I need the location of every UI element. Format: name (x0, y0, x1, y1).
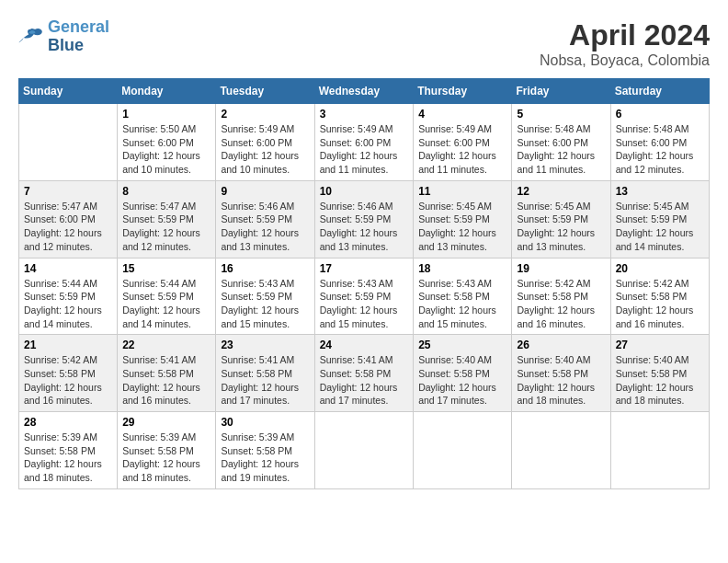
day-info: Sunrise: 5:42 AM Sunset: 5:58 PM Dayligh… (616, 277, 704, 331)
day-info: Sunrise: 5:40 AM Sunset: 5:58 PM Dayligh… (517, 353, 605, 408)
calendar-table: SundayMondayTuesdayWednesdayThursdayFrid… (18, 78, 710, 489)
day-number: 12 (517, 185, 605, 198)
calendar-cell: 12Sunrise: 5:45 AM Sunset: 5:59 PM Dayli… (512, 180, 610, 258)
day-info: Sunrise: 5:43 AM Sunset: 5:59 PM Dayligh… (320, 277, 409, 331)
day-info: Sunrise: 5:39 AM Sunset: 5:58 PM Dayligh… (24, 431, 112, 485)
day-number: 18 (418, 262, 506, 275)
day-info: Sunrise: 5:45 AM Sunset: 5:59 PM Dayligh… (517, 200, 605, 254)
day-info: Sunrise: 5:49 AM Sunset: 6:00 PM Dayligh… (418, 122, 506, 177)
day-number: 10 (320, 185, 409, 198)
day-number: 30 (221, 416, 309, 429)
calendar-cell: 27Sunrise: 5:40 AM Sunset: 5:58 PM Dayli… (610, 335, 709, 412)
day-number: 15 (122, 262, 210, 275)
calendar-cell: 18Sunrise: 5:43 AM Sunset: 5:58 PM Dayli… (414, 258, 512, 335)
calendar-cell: 15Sunrise: 5:44 AM Sunset: 5:59 PM Dayli… (118, 258, 216, 335)
day-info: Sunrise: 5:49 AM Sunset: 6:00 PM Dayligh… (320, 122, 409, 177)
calendar-cell: 26Sunrise: 5:40 AM Sunset: 5:58 PM Dayli… (512, 335, 610, 412)
weekday-header: Sunday (19, 79, 118, 104)
day-info: Sunrise: 5:48 AM Sunset: 6:00 PM Dayligh… (517, 122, 605, 177)
day-info: Sunrise: 5:42 AM Sunset: 5:58 PM Dayligh… (24, 353, 112, 408)
day-number: 23 (221, 339, 309, 351)
day-info: Sunrise: 5:41 AM Sunset: 5:58 PM Dayligh… (221, 353, 309, 408)
day-number: 22 (122, 339, 210, 351)
day-number: 4 (418, 108, 506, 121)
day-info: Sunrise: 5:44 AM Sunset: 5:59 PM Dayligh… (122, 277, 210, 331)
day-info: Sunrise: 5:41 AM Sunset: 5:58 PM Dayligh… (320, 353, 409, 408)
calendar-cell: 19Sunrise: 5:42 AM Sunset: 5:58 PM Dayli… (512, 258, 610, 335)
calendar-cell: 24Sunrise: 5:41 AM Sunset: 5:58 PM Dayli… (314, 335, 414, 412)
day-number: 24 (320, 339, 409, 351)
calendar-header-row: SundayMondayTuesdayWednesdayThursdayFrid… (19, 79, 710, 104)
logo-text: General Blue (48, 18, 109, 55)
day-number: 7 (24, 185, 112, 198)
day-info: Sunrise: 5:43 AM Sunset: 5:59 PM Dayligh… (221, 277, 309, 331)
day-info: Sunrise: 5:41 AM Sunset: 5:58 PM Dayligh… (122, 353, 210, 408)
day-number: 2 (221, 108, 309, 121)
day-info: Sunrise: 5:39 AM Sunset: 5:58 PM Dayligh… (221, 431, 309, 485)
day-number: 29 (122, 416, 210, 429)
calendar-cell: 16Sunrise: 5:43 AM Sunset: 5:59 PM Dayli… (216, 258, 314, 335)
calendar-week-row: 1Sunrise: 5:50 AM Sunset: 6:00 PM Daylig… (19, 104, 710, 181)
calendar-cell: 4Sunrise: 5:49 AM Sunset: 6:00 PM Daylig… (414, 104, 512, 181)
day-info: Sunrise: 5:39 AM Sunset: 5:58 PM Dayligh… (122, 431, 210, 485)
calendar-cell: 25Sunrise: 5:40 AM Sunset: 5:58 PM Dayli… (414, 335, 512, 412)
day-info: Sunrise: 5:49 AM Sunset: 6:00 PM Dayligh… (221, 122, 309, 177)
calendar-cell: 30Sunrise: 5:39 AM Sunset: 5:58 PM Dayli… (216, 412, 314, 489)
calendar-cell: 17Sunrise: 5:43 AM Sunset: 5:59 PM Dayli… (314, 258, 414, 335)
day-number: 11 (418, 185, 506, 198)
weekday-header: Friday (512, 79, 610, 104)
logo: General Blue (18, 18, 109, 55)
calendar-cell (314, 412, 414, 489)
calendar-cell: 7Sunrise: 5:47 AM Sunset: 6:00 PM Daylig… (19, 180, 118, 258)
calendar-cell: 13Sunrise: 5:45 AM Sunset: 5:59 PM Dayli… (610, 180, 709, 258)
day-number: 1 (122, 108, 210, 121)
day-number: 14 (24, 262, 112, 275)
calendar-week-row: 7Sunrise: 5:47 AM Sunset: 6:00 PM Daylig… (19, 180, 710, 258)
day-number: 17 (320, 262, 409, 275)
day-number: 19 (517, 262, 605, 275)
day-number: 13 (616, 185, 704, 198)
day-number: 16 (221, 262, 309, 275)
day-info: Sunrise: 5:50 AM Sunset: 6:00 PM Dayligh… (122, 122, 210, 177)
day-number: 5 (517, 108, 605, 121)
day-info: Sunrise: 5:47 AM Sunset: 6:00 PM Dayligh… (24, 200, 112, 254)
calendar-cell: 22Sunrise: 5:41 AM Sunset: 5:58 PM Dayli… (118, 335, 216, 412)
calendar-cell: 9Sunrise: 5:46 AM Sunset: 5:59 PM Daylig… (216, 180, 314, 258)
calendar-cell: 2Sunrise: 5:49 AM Sunset: 6:00 PM Daylig… (216, 104, 314, 181)
calendar-cell: 6Sunrise: 5:48 AM Sunset: 6:00 PM Daylig… (610, 104, 709, 181)
calendar-cell: 11Sunrise: 5:45 AM Sunset: 5:59 PM Dayli… (414, 180, 512, 258)
weekday-header: Tuesday (216, 79, 314, 104)
calendar-cell: 14Sunrise: 5:44 AM Sunset: 5:59 PM Dayli… (19, 258, 118, 335)
weekday-header: Thursday (414, 79, 512, 104)
calendar-cell: 8Sunrise: 5:47 AM Sunset: 5:59 PM Daylig… (118, 180, 216, 258)
day-info: Sunrise: 5:45 AM Sunset: 5:59 PM Dayligh… (418, 200, 506, 254)
calendar-cell (610, 412, 709, 489)
calendar-cell (512, 412, 610, 489)
calendar-cell: 28Sunrise: 5:39 AM Sunset: 5:58 PM Dayli… (19, 412, 118, 489)
day-info: Sunrise: 5:44 AM Sunset: 5:59 PM Dayligh… (24, 277, 112, 331)
calendar-cell (19, 104, 118, 181)
day-info: Sunrise: 5:46 AM Sunset: 5:59 PM Dayligh… (320, 200, 409, 254)
calendar-week-row: 21Sunrise: 5:42 AM Sunset: 5:58 PM Dayli… (19, 335, 710, 412)
day-number: 28 (24, 416, 112, 429)
day-number: 26 (517, 339, 605, 351)
day-info: Sunrise: 5:48 AM Sunset: 6:00 PM Dayligh… (616, 122, 704, 177)
day-number: 21 (24, 339, 112, 351)
title-block: April 2024 Nobsa, Boyaca, Colombia (540, 18, 710, 69)
day-info: Sunrise: 5:40 AM Sunset: 5:58 PM Dayligh… (616, 353, 704, 408)
weekday-header: Wednesday (314, 79, 414, 104)
day-number: 8 (122, 185, 210, 198)
calendar-week-row: 28Sunrise: 5:39 AM Sunset: 5:58 PM Dayli… (19, 412, 710, 489)
day-number: 25 (418, 339, 506, 351)
calendar-week-row: 14Sunrise: 5:44 AM Sunset: 5:59 PM Dayli… (19, 258, 710, 335)
day-info: Sunrise: 5:46 AM Sunset: 5:59 PM Dayligh… (221, 200, 309, 254)
calendar-cell: 10Sunrise: 5:46 AM Sunset: 5:59 PM Dayli… (314, 180, 414, 258)
calendar-cell: 5Sunrise: 5:48 AM Sunset: 6:00 PM Daylig… (512, 104, 610, 181)
page-header: General Blue April 2024 Nobsa, Boyaca, C… (18, 18, 710, 69)
calendar-cell: 3Sunrise: 5:49 AM Sunset: 6:00 PM Daylig… (314, 104, 414, 181)
weekday-header: Monday (118, 79, 216, 104)
calendar-cell: 20Sunrise: 5:42 AM Sunset: 5:58 PM Dayli… (610, 258, 709, 335)
day-number: 27 (616, 339, 704, 351)
day-number: 9 (221, 185, 309, 198)
day-number: 6 (616, 108, 704, 121)
